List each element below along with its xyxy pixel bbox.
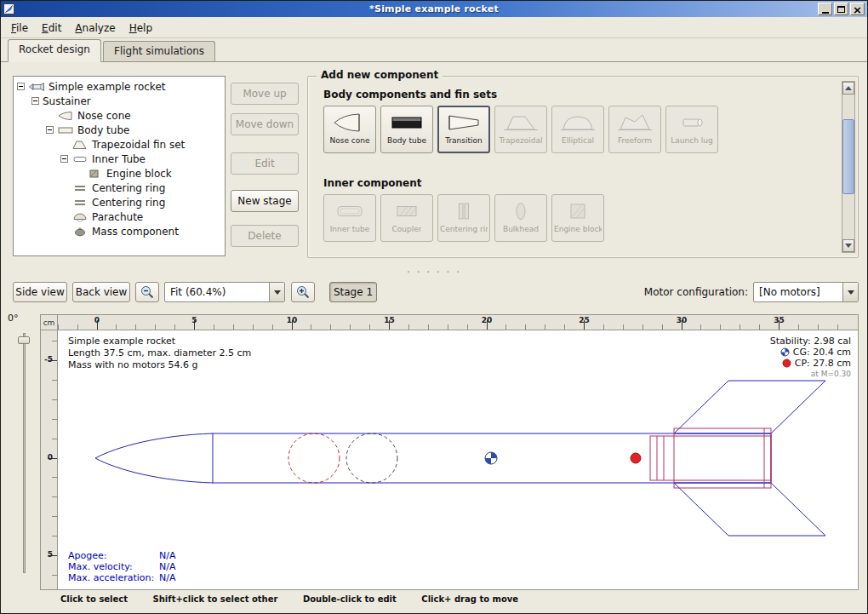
move-down-button[interactable]: Move down [231, 113, 299, 135]
add-elliptical-fin-button[interactable]: Elliptical [551, 106, 604, 153]
rotation-slider[interactable] [18, 333, 30, 573]
max-acceleration-value: N/A [159, 572, 175, 583]
cp-value: CP: 27.8 cm [795, 358, 851, 369]
main-tabs: Rocket design Flight simulations [1, 39, 867, 62]
scroll-up-button[interactable] [842, 82, 854, 95]
cp-icon [782, 359, 791, 368]
stability-value: Stability: 2.98 cal [770, 336, 851, 347]
maximize-button[interactable] [834, 3, 848, 15]
slider-handle[interactable] [18, 336, 30, 344]
add-body-tube-button[interactable]: Body tube [380, 106, 433, 153]
rocket-icon [28, 82, 45, 92]
rocket-info: Simple example rocket Length 37.5 cm, ma… [68, 336, 251, 371]
nose-cone-outline[interactable] [95, 433, 213, 483]
nose-cone-icon [57, 111, 74, 121]
component-tree[interactable]: Simple example rocket Sustainer Nose con… [13, 76, 226, 256]
zoom-in-button[interactable] [291, 282, 315, 302]
chevron-down-icon[interactable] [842, 283, 858, 301]
inner-tube-icon [331, 200, 368, 222]
fin-bottom-outline[interactable] [674, 483, 825, 536]
add-nose-cone-button[interactable]: Nose cone [323, 106, 376, 153]
add-bulkhead-button[interactable]: Bulkhead [494, 194, 547, 242]
split-pane-handle[interactable] [1, 263, 867, 273]
scroll-down-button[interactable] [842, 239, 854, 252]
fin-top-outline[interactable] [674, 381, 825, 433]
component-panel-scrollbar[interactable] [842, 81, 855, 253]
ruler-unit: cm [40, 314, 57, 330]
tree-item-mass-component[interactable]: Mass component [14, 224, 225, 238]
zoom-value: Fit (60.4%) [165, 283, 269, 301]
side-view-button[interactable]: Side view [13, 282, 67, 302]
add-engine-block-button[interactable]: Engine block [551, 194, 604, 242]
stage-1-toggle[interactable]: Stage 1 [329, 282, 377, 302]
engine-block-outline[interactable] [674, 428, 771, 488]
close-button[interactable] [850, 3, 865, 15]
tree-collapse-icon[interactable] [17, 83, 25, 90]
mass-component-outline[interactable] [346, 433, 397, 483]
rocket-dimensions: Length 37.5 cm, max. diameter 2.5 cm [68, 347, 251, 359]
add-coupler-button[interactable]: Coupler [380, 194, 433, 242]
mach-condition: at M=0.30 [770, 369, 851, 380]
minimize-icon [822, 12, 829, 14]
new-stage-button[interactable]: New stage [231, 190, 299, 212]
cg-value: CG: 20.4 cm [793, 347, 851, 358]
minimize-button[interactable] [818, 3, 832, 15]
tree-item-body-tube[interactable]: Body tube [14, 123, 225, 137]
rocket-canvas[interactable]: Simple example rocket Length 37.5 cm, ma… [57, 330, 859, 590]
parachute-icon [71, 212, 89, 222]
add-transition-button[interactable]: Transition [437, 106, 490, 153]
scrollbar-thumb[interactable] [842, 119, 854, 194]
zoom-select[interactable]: Fit (60.4%) [164, 282, 285, 302]
mass-component-icon [71, 227, 89, 237]
inner-component-label: Inner component [323, 177, 421, 189]
hint-bar: Click to select Shift+click to select ot… [60, 594, 867, 604]
back-view-button[interactable]: Back view [72, 282, 130, 302]
menu-analyze[interactable]: Analyze [68, 20, 122, 37]
zoom-out-button[interactable] [135, 282, 159, 302]
motor-configuration-value: [No motors] [754, 283, 842, 301]
motor-configuration-select[interactable]: [No motors] [753, 282, 859, 302]
app-window: *Simple example rocket File Edit Analyze… [0, 0, 868, 614]
motor-configuration-label: Motor configuration: [631, 286, 748, 298]
tree-item-parachute[interactable]: Parachute [14, 209, 225, 224]
add-centering-ring-button[interactable]: Centering ring [437, 194, 490, 242]
chevron-down-icon[interactable] [269, 283, 284, 301]
menu-help[interactable]: Help [123, 20, 159, 37]
tab-flight-simulations[interactable]: Flight simulations [103, 41, 215, 61]
add-trapezoidal-fin-button[interactable]: Trapezoidal [494, 106, 547, 153]
engine-block-icon [559, 200, 597, 222]
tree-item-trapezoidal-fin-set[interactable]: Trapezoidal fin set [14, 137, 225, 152]
cg-icon [780, 347, 790, 357]
add-freeform-fin-button[interactable]: Freeform [608, 106, 661, 153]
body-tube-icon [388, 112, 425, 134]
app-icon[interactable] [3, 3, 15, 15]
close-icon [853, 1, 862, 17]
tree-collapse-icon[interactable] [31, 97, 39, 105]
tree-item-nose-cone[interactable]: Nose cone [14, 108, 225, 123]
add-inner-tube-button[interactable]: Inner tube [323, 194, 376, 242]
tree-item-sustainer[interactable]: Sustainer [14, 94, 225, 108]
inner-tube-outline[interactable] [650, 436, 771, 480]
tree-item-rocket[interactable]: Simple example rocket [14, 79, 225, 94]
bulkhead-icon [502, 200, 540, 222]
delete-button[interactable]: Delete [231, 225, 299, 247]
tree-item-centering-ring[interactable]: Centering ring [14, 195, 225, 209]
add-component-title: Add new component [317, 69, 443, 81]
apogee-value: N/A [159, 550, 175, 561]
menubar: File Edit Analyze Help [1, 18, 867, 38]
menu-file[interactable]: File [4, 20, 35, 37]
titlebar[interactable]: *Simple example rocket [1, 1, 867, 17]
tree-item-engine-block[interactable]: Engine block [14, 166, 225, 181]
body-components-label: Body components and fin sets [323, 89, 497, 100]
tab-rocket-design[interactable]: Rocket design [8, 39, 101, 62]
menu-edit[interactable]: Edit [35, 20, 68, 37]
add-launch-lug-button[interactable]: Launch lug [665, 106, 718, 153]
tree-collapse-icon[interactable] [46, 126, 54, 134]
tree-collapse-icon[interactable] [60, 155, 68, 163]
edit-button[interactable]: Edit [231, 152, 299, 175]
parachute-outline[interactable] [288, 433, 340, 483]
tree-item-centering-ring[interactable]: Centering ring [14, 181, 225, 195]
stability-info: Stability: 2.98 cal CG: 20.4 cm CP: 27.8… [770, 336, 851, 380]
move-up-button[interactable]: Move up [231, 83, 299, 105]
tree-item-inner-tube[interactable]: Inner Tube [14, 152, 225, 166]
